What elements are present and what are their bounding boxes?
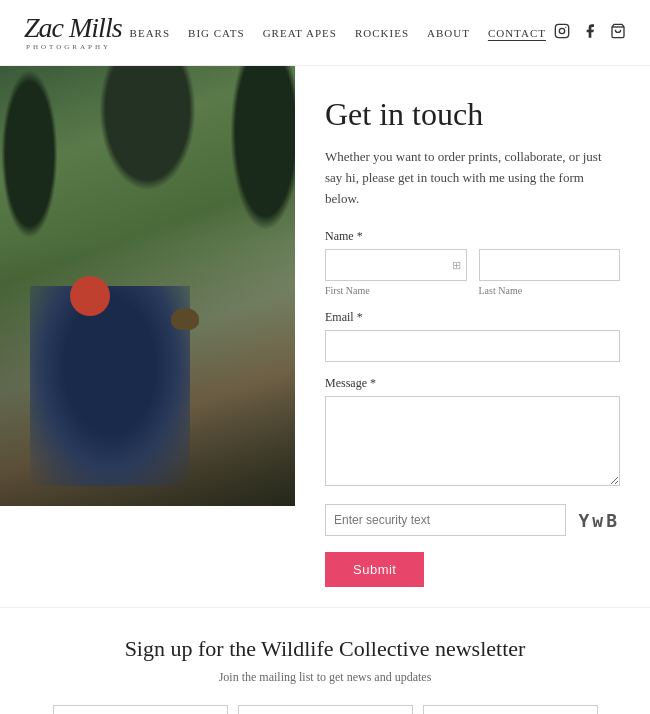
captcha-code: YwB: [578, 510, 620, 531]
header-icons: [554, 23, 626, 43]
last-name-input[interactable]: [479, 249, 621, 281]
logo-script: Zac Mills: [24, 14, 122, 42]
newsletter-fields: ⊞: [24, 705, 626, 714]
name-label: Name *: [325, 229, 620, 244]
name-sublabels: First Name Last Name: [325, 285, 620, 296]
svg-point-2: [565, 26, 566, 27]
facebook-icon[interactable]: [582, 23, 598, 43]
captcha-row: YwB: [325, 504, 620, 536]
instagram-icon[interactable]: [554, 23, 570, 43]
first-name-field: ⊞: [325, 249, 467, 281]
message-input[interactable]: [325, 396, 620, 486]
field-icon: ⊞: [452, 259, 461, 272]
last-name-sublabel: Last Name: [479, 285, 621, 296]
nav-rockies[interactable]: ROCKIES: [355, 27, 409, 39]
message-label: Message *: [325, 376, 620, 391]
cart-icon[interactable]: [610, 23, 626, 43]
nav-contact[interactable]: CONTACT: [488, 27, 546, 39]
email-row: Email *: [325, 310, 620, 362]
svg-point-1: [559, 28, 564, 33]
main-nav: BEARS BIG CATS GREAT APES ROCKIES ABOUT …: [130, 27, 546, 39]
header: Zac Mills PHOTOGRAPHY BEARS BIG CATS GRE…: [0, 0, 650, 66]
email-label: Email *: [325, 310, 620, 325]
newsletter-last-name-input[interactable]: [238, 705, 413, 714]
newsletter-title: Sign up for the Wildlife Collective news…: [24, 636, 626, 662]
first-name-sublabel: First Name: [325, 285, 467, 296]
newsletter-first-name-input[interactable]: [53, 705, 228, 714]
newsletter-subtitle: Join the mailing list to get news and up…: [24, 670, 626, 685]
last-name-field: [479, 249, 621, 281]
logo[interactable]: Zac Mills PHOTOGRAPHY: [24, 14, 122, 51]
photo-column: [0, 66, 295, 607]
main-content: Get in touch Whether you want to order p…: [0, 66, 650, 607]
nav-bears[interactable]: BEARS: [130, 27, 170, 39]
logo-sub: PHOTOGRAPHY: [26, 44, 122, 51]
nav-great-apes[interactable]: GREAT APES: [263, 27, 337, 39]
contact-form-section: Get in touch Whether you want to order p…: [295, 66, 650, 607]
name-row: ⊞: [325, 249, 620, 281]
hero-photo: [0, 66, 295, 506]
captcha-input[interactable]: [325, 504, 566, 536]
newsletter-first-name-field: ⊞: [53, 705, 228, 714]
page-title: Get in touch: [325, 96, 620, 133]
contact-submit-button[interactable]: Submit: [325, 552, 424, 587]
first-name-input[interactable]: [325, 249, 467, 281]
newsletter-email-input[interactable]: [423, 705, 598, 714]
newsletter-section: Sign up for the Wildlife Collective news…: [0, 607, 650, 714]
contact-form: Name * ⊞ First Name Last Name Email * Me: [325, 229, 620, 587]
message-row: Message *: [325, 376, 620, 490]
svg-rect-0: [555, 24, 568, 37]
nav-about[interactable]: ABOUT: [427, 27, 470, 39]
newsletter-email-field: [423, 705, 598, 714]
newsletter-last-name-field: [238, 705, 413, 714]
nav-big-cats[interactable]: BIG CATS: [188, 27, 245, 39]
email-input[interactable]: [325, 330, 620, 362]
form-description: Whether you want to order prints, collab…: [325, 147, 620, 209]
